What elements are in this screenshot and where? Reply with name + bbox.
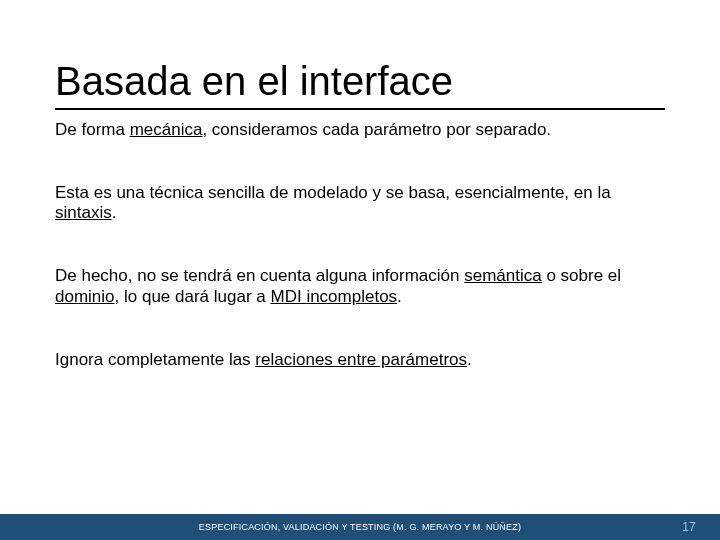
paragraph-4: Ignora completamente las relaciones entr… bbox=[55, 350, 665, 371]
text: De hecho, no se tendrá en cuenta alguna … bbox=[55, 266, 464, 285]
underline-text: MDI incompletos bbox=[271, 287, 398, 306]
text: Ignora completamente las bbox=[55, 350, 255, 369]
underline-text: dominio bbox=[55, 287, 115, 306]
text: . bbox=[467, 350, 472, 369]
text: , lo que dará lugar a bbox=[115, 287, 271, 306]
text: De forma bbox=[55, 120, 130, 139]
text: , consideramos cada parámetro por separa… bbox=[202, 120, 551, 139]
page-number: 17 bbox=[682, 520, 696, 534]
paragraph-1: De forma mecánica, consideramos cada par… bbox=[55, 120, 665, 141]
paragraph-3: De hecho, no se tendrá en cuenta alguna … bbox=[55, 266, 665, 307]
text: . bbox=[397, 287, 402, 306]
underline-text: sintaxis bbox=[55, 203, 112, 222]
footer-text: ESPECIFICACIÓN, VALIDACIÓN Y TESTING (M.… bbox=[199, 522, 521, 532]
paragraph-2: Esta es una técnica sencilla de modelado… bbox=[55, 183, 665, 224]
text: o sobre el bbox=[542, 266, 621, 285]
text: Esta es una técnica sencilla de modelado… bbox=[55, 183, 611, 202]
footer-bar: ESPECIFICACIÓN, VALIDACIÓN Y TESTING (M.… bbox=[0, 514, 720, 540]
underline-text: mecánica bbox=[130, 120, 203, 139]
text: . bbox=[112, 203, 117, 222]
title-rule bbox=[55, 108, 665, 110]
slide-title: Basada en el interface bbox=[55, 60, 665, 102]
underline-text: relaciones entre parámetros bbox=[255, 350, 467, 369]
underline-text: semántica bbox=[464, 266, 541, 285]
slide-body: De forma mecánica, consideramos cada par… bbox=[55, 120, 665, 370]
slide: Basada en el interface De forma mecánica… bbox=[0, 0, 720, 540]
